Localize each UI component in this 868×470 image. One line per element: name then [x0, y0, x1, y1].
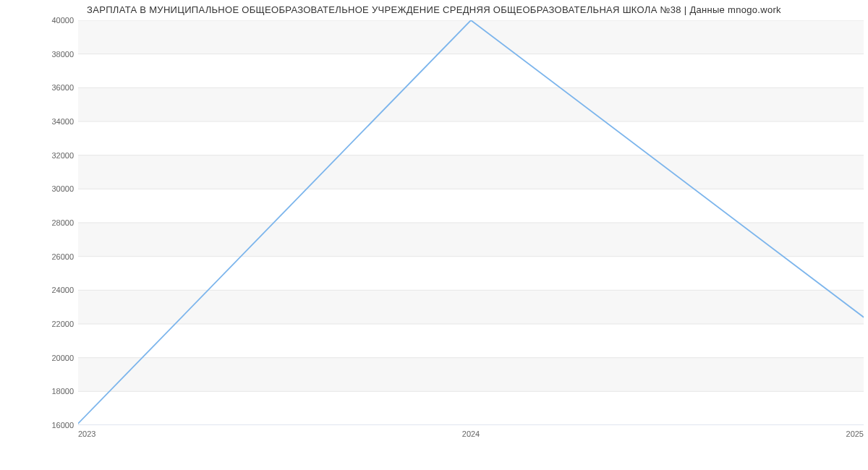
y-tick-label: 24000: [30, 286, 74, 294]
salary-line-chart: ЗАРПЛАТА В МУНИЦИПАЛЬНОЕ ОБЩЕОБРАЗОВАТЕЛ…: [0, 0, 868, 470]
x-tick-label: 2024: [462, 430, 480, 438]
y-tick-label: 20000: [30, 354, 74, 362]
y-tick-label: 28000: [30, 218, 74, 227]
y-tick-label: 30000: [30, 184, 74, 193]
y-tick-label: 26000: [30, 252, 74, 261]
y-tick-label: 34000: [30, 117, 74, 126]
svg-rect-4: [78, 87, 864, 121]
svg-rect-5: [78, 20, 864, 54]
svg-rect-0: [78, 358, 864, 392]
x-tick-label: 2025: [846, 430, 864, 438]
y-tick-label: 32000: [30, 151, 74, 160]
y-tick-label: 36000: [30, 83, 74, 92]
y-tick-label: 16000: [30, 421, 74, 430]
x-tick-label: 2023: [78, 430, 95, 438]
plot-svg: [78, 20, 864, 425]
svg-rect-3: [78, 155, 864, 189]
svg-rect-1: [78, 290, 864, 324]
y-tick-label: 40000: [30, 16, 74, 25]
chart-title: ЗАРПЛАТА В МУНИЦИПАЛЬНОЕ ОБЩЕОБРАЗОВАТЕЛ…: [0, 4, 868, 15]
y-tick-label: 18000: [30, 387, 74, 396]
y-tick-label: 22000: [30, 320, 74, 328]
y-tick-label: 38000: [30, 50, 74, 59]
plot-area: [78, 20, 864, 425]
